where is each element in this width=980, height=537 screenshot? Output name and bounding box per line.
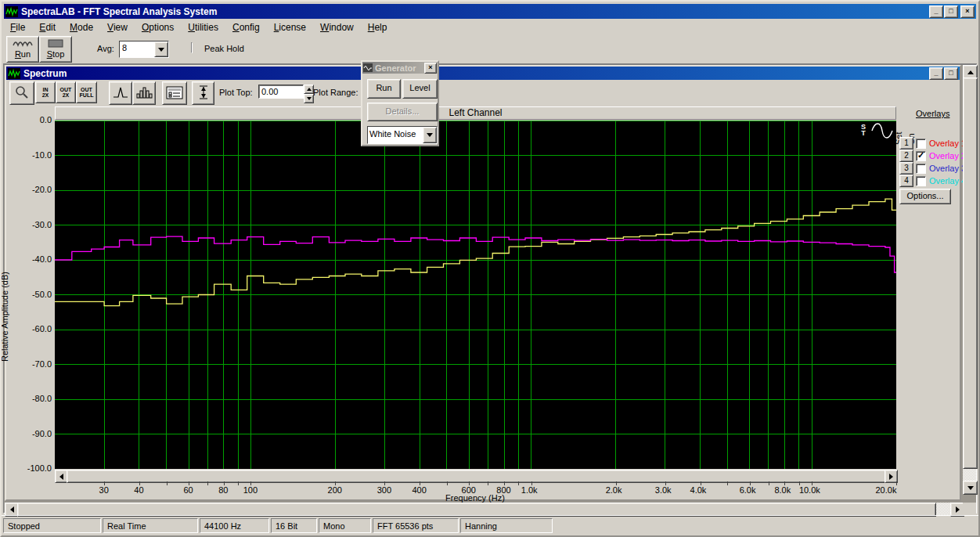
stop-label: Stop (47, 49, 65, 59)
menu-window[interactable]: Window (313, 20, 361, 34)
generator-icon (363, 63, 373, 72)
zoom-full-button[interactable]: OUT FULL (76, 81, 97, 103)
overlay-row: 3Overlay 3 (899, 162, 966, 175)
menu-edit[interactable]: Edit (32, 20, 63, 34)
x-tick-label: 6.0k (740, 485, 756, 495)
y-tick-label: -100.0 (14, 463, 52, 473)
overlay-set-button-4[interactable]: 4 (899, 175, 913, 187)
avg-value: 8 (120, 41, 154, 57)
x-tick-label: 30 (99, 485, 109, 495)
spectrum-icon (8, 68, 20, 79)
y-tick-label: -60.0 (14, 324, 52, 333)
stop-button[interactable]: Stop (39, 36, 72, 63)
plot-hscroll-thumb[interactable] (67, 470, 886, 483)
generator-indicator: S T (861, 124, 866, 136)
generator-signal-combobox[interactable]: White Noise (367, 126, 438, 144)
overlay-row: 2Overlay 2 (899, 150, 966, 162)
menu-help[interactable]: Help (361, 20, 395, 34)
plot-top-label: Plot Top: (219, 88, 253, 97)
bar-chart-icon (135, 85, 153, 101)
spectrum-titlebar[interactable]: Spectrum _ □ (6, 67, 960, 80)
x-tick-label: 60 (183, 485, 193, 495)
y-axis-title: Relative Amplitude (dB) (0, 272, 9, 362)
close-icon[interactable]: × (424, 63, 437, 74)
mdi-hscrollbar[interactable] (5, 503, 963, 515)
bar-plot-button[interactable] (132, 81, 156, 105)
avg-combobox[interactable]: 8 (119, 41, 169, 58)
scroll-down-icon[interactable] (963, 481, 978, 495)
y-tick-label: -20.0 (14, 185, 52, 194)
status-panel: Hanning (460, 518, 553, 533)
plot-hscrollbar[interactable] (55, 470, 896, 481)
generator-dialog: Generator × Run Level Details... White N… (361, 60, 439, 146)
status-panel: 16 Bit (271, 518, 317, 533)
chevron-down-icon[interactable] (423, 127, 437, 143)
close-icon[interactable]: × (960, 5, 975, 18)
generator-run-button[interactable]: Run (367, 79, 401, 99)
minimize-icon[interactable]: _ (929, 5, 943, 18)
y-tick-label: -70.0 (14, 359, 52, 369)
menu-view[interactable]: View (100, 20, 135, 34)
plot-range-button[interactable] (192, 81, 214, 105)
x-tick-label: 10.0k (799, 485, 820, 495)
run-button[interactable]: Run (6, 36, 39, 63)
avg-label: Avg: (97, 44, 114, 53)
overlay-list: 1Overlay 12Overlay 23Overlay 34Overlay 4 (899, 137, 966, 187)
x-tick (727, 481, 728, 485)
generator-title: Generator (375, 63, 423, 73)
overlay-on-checkbox-4[interactable] (916, 176, 926, 186)
overlay-on-checkbox-2[interactable] (916, 151, 926, 161)
y-tick-label: -50.0 (14, 290, 52, 299)
overlay-row: 4Overlay 4 (899, 175, 966, 187)
x-tick (167, 481, 168, 485)
spectrum-maximize-icon[interactable]: □ (944, 67, 958, 80)
overlay-options-button[interactable]: Options... (899, 189, 951, 204)
plot-range-label: Plot Range: (313, 88, 358, 97)
main-window: SpectraLAB - FFT Spectral Analysis Syste… (0, 0, 980, 537)
status-panel: Mono (319, 518, 371, 533)
spectrum-plot[interactable]: S T (55, 121, 896, 469)
x-tick-label: 80 (218, 485, 228, 495)
mdi-vscroll-thumb[interactable] (963, 77, 978, 469)
x-tick (769, 481, 769, 485)
overlay-set-button-3[interactable]: 3 (899, 162, 913, 175)
peak-hold-label: Peak Hold (204, 44, 244, 53)
overlay-on-checkbox-3[interactable] (916, 164, 926, 174)
menu-license[interactable]: License (267, 20, 313, 34)
overlay-row: 1Overlay 1 (899, 137, 966, 150)
overlay-on-checkbox-1[interactable] (916, 139, 926, 149)
x-tick (518, 481, 519, 485)
chevron-down-icon[interactable] (154, 41, 168, 57)
mdi-vscrollbar[interactable] (963, 65, 976, 493)
plot-top-input[interactable]: 0.00 (258, 85, 304, 99)
generator-titlebar[interactable]: Generator × (362, 62, 438, 74)
x-tick (238, 481, 239, 485)
app-icon (5, 6, 18, 17)
display-options-button[interactable] (162, 81, 187, 105)
line-plot-button[interactable] (109, 81, 132, 105)
x-tick-label: 4.0k (690, 485, 707, 495)
spectrum-minimize-icon[interactable]: _ (929, 67, 943, 80)
peak-hold-checkbox[interactable] (191, 42, 193, 53)
generator-details-button[interactable]: Details... (367, 103, 438, 121)
run-label: Run (15, 49, 31, 59)
menu-file[interactable]: File (3, 20, 32, 34)
y-tick-label: -30.0 (14, 220, 52, 229)
zoom-out-2x-button[interactable]: OUT 2X (56, 81, 76, 103)
zoom-in-2x-button[interactable]: IN 2X (35, 81, 56, 103)
titlebar[interactable]: SpectraLAB - FFT Spectral Analysis Syste… (4, 4, 976, 19)
menu-config[interactable]: Config (225, 20, 267, 34)
status-panel: 44100 Hz (200, 518, 269, 533)
menu-mode[interactable]: Mode (63, 20, 100, 34)
generator-level-button[interactable]: Level (402, 79, 438, 99)
x-tick (207, 481, 208, 485)
overlay-set-button-1[interactable]: 1 (899, 137, 913, 150)
scrollbar-corner (963, 503, 976, 515)
zoom-tool-button[interactable] (9, 81, 34, 105)
x-axis-title: Frequency (Hz) (397, 493, 553, 503)
menu-options[interactable]: Options (135, 20, 181, 34)
y-tick-label: 0.0 (14, 115, 52, 124)
maximize-icon[interactable]: □ (944, 5, 958, 18)
menu-utilities[interactable]: Utilities (181, 20, 225, 34)
overlay-set-button-2[interactable]: 2 (899, 150, 913, 162)
